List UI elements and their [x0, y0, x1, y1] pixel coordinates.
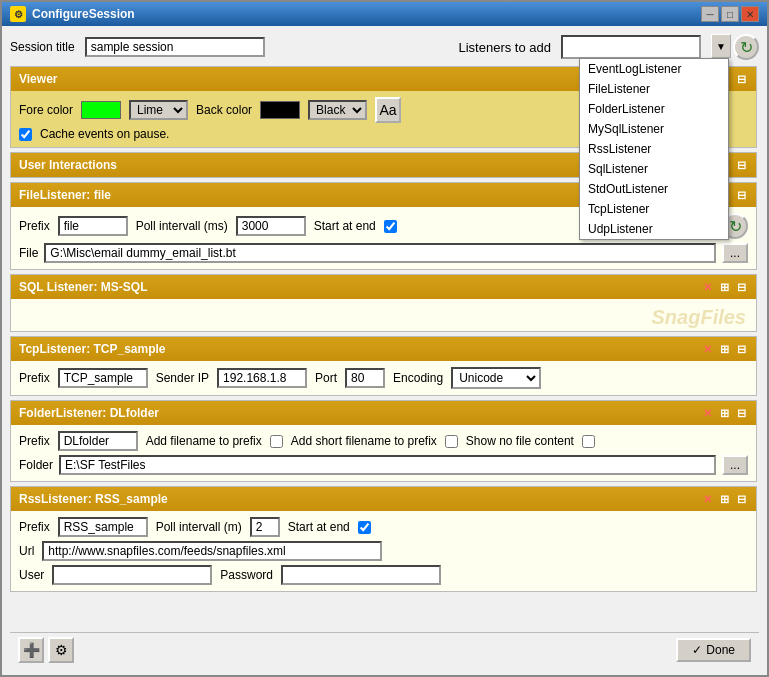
tcp-port-label: Port: [315, 371, 337, 385]
fl-browse-button[interactable]: ...: [722, 243, 748, 263]
sql-body: SnagFiles: [11, 299, 756, 331]
tcp-port-input[interactable]: [345, 368, 385, 388]
bottom-icon-add[interactable]: ➕: [18, 637, 44, 663]
dropdown-item-udp[interactable]: UdpListener: [580, 219, 728, 239]
rss-user-label: User: [19, 568, 44, 582]
fl-file-label: File: [19, 246, 38, 260]
tcp-prefix-input[interactable]: [58, 368, 148, 388]
folder-listener-title: FolderListener: DLfolder: [19, 406, 700, 420]
fl-icon2[interactable]: ⊟: [734, 188, 748, 202]
folder-browse-button[interactable]: ...: [722, 455, 748, 475]
rss-start-label: Start at end: [288, 520, 350, 534]
folder-prefix-label: Prefix: [19, 434, 50, 448]
viewer-icon2[interactable]: ⊟: [734, 72, 748, 86]
tcp-icon1[interactable]: ⊞: [717, 342, 731, 356]
main-window: ⚙ ConfigureSession ─ □ ✕ Session title L…: [0, 0, 769, 677]
listeners-dropdown-list: EventLogListener FileListener FolderList…: [579, 58, 729, 240]
fl2-icon1[interactable]: ⊞: [717, 406, 731, 420]
tcp-encoding-label: Encoding: [393, 371, 443, 385]
fl-start-label: Start at end: [314, 219, 376, 233]
title-bar: ⚙ ConfigureSession ─ □ ✕: [2, 2, 767, 26]
fl-file-input[interactable]: [44, 243, 716, 263]
rss-password-label: Password: [220, 568, 273, 582]
tcp-ip-input[interactable]: [217, 368, 307, 388]
tcp-icon2[interactable]: ⊟: [734, 342, 748, 356]
dropdown-item-file[interactable]: FileListener: [580, 79, 728, 99]
fl-prefix-input[interactable]: [58, 216, 128, 236]
folder-listener-section: FolderListener: DLfolder ✕ ⊞ ⊟ Prefix Ad…: [10, 400, 757, 482]
window-title: ConfigureSession: [32, 7, 695, 21]
sql-delete-icon[interactable]: ✕: [700, 280, 714, 294]
folder-add-filename-checkbox[interactable]: [270, 435, 283, 448]
session-title-label: Session title: [10, 40, 75, 54]
done-button[interactable]: ✓ Done: [676, 638, 751, 662]
sql-icon1[interactable]: ⊞: [717, 280, 731, 294]
listeners-label: Listeners to add: [458, 40, 551, 55]
rss-delete-icon[interactable]: ✕: [700, 492, 714, 506]
file-listener-row2: File ...: [19, 243, 748, 263]
bottom-icon-config[interactable]: ⚙: [48, 637, 74, 663]
folder-listener-body: Prefix Add filename to prefix Add short …: [11, 425, 756, 481]
maximize-button[interactable]: □: [721, 6, 739, 22]
fl-prefix-label: Prefix: [19, 219, 50, 233]
dropdown-item-eventlog[interactable]: EventLogListener: [580, 59, 728, 79]
dropdown-item-mysql[interactable]: MySqlListener: [580, 119, 728, 139]
minimize-button[interactable]: ─: [701, 6, 719, 22]
rss-poll-input[interactable]: [250, 517, 280, 537]
sql-listener-section: SQL Listener: MS-SQL ✕ ⊞ ⊟ SnagFiles: [10, 274, 757, 332]
folder-add-filename-label: Add filename to prefix: [146, 434, 262, 448]
folder-prefix-input[interactable]: [58, 431, 138, 451]
rss-start-checkbox[interactable]: [358, 521, 371, 534]
viewer-font-button[interactable]: Aa: [375, 97, 401, 123]
folder-path-input[interactable]: [59, 455, 716, 475]
ui-icon2[interactable]: ⊟: [734, 158, 748, 172]
bottom-bar: ➕ ⚙ ✓ Done: [10, 632, 759, 667]
dropdown-item-tcp[interactable]: TcpListener: [580, 199, 728, 219]
listeners-dropdown-input[interactable]: [561, 35, 701, 59]
dropdown-item-folder[interactable]: FolderListener: [580, 99, 728, 119]
rss-password-input[interactable]: [281, 565, 441, 585]
close-button[interactable]: ✕: [741, 6, 759, 22]
top-bar: Session title Listeners to add ▼ ↻ Event…: [10, 34, 759, 60]
folder-add-short-label: Add short filename to prefix: [291, 434, 437, 448]
fl2-icon2[interactable]: ⊟: [734, 406, 748, 420]
sql-listener-header: SQL Listener: MS-SQL ✕ ⊞ ⊟: [11, 275, 756, 299]
rss-prefix-input[interactable]: [58, 517, 148, 537]
fl2-delete-icon[interactable]: ✕: [700, 406, 714, 420]
done-checkmark: ✓: [692, 643, 702, 657]
folder-add-short-checkbox[interactable]: [445, 435, 458, 448]
rss-url-input[interactable]: [42, 541, 382, 561]
fl-start-checkbox[interactable]: [384, 220, 397, 233]
sql-icon2[interactable]: ⊟: [734, 280, 748, 294]
tcp-listener-body: Prefix Sender IP Port Encoding Unicode U…: [11, 361, 756, 395]
session-title-input[interactable]: [85, 37, 265, 57]
rss-icon1[interactable]: ⊞: [717, 492, 731, 506]
rss-poll-label: Poll intervall (m): [156, 520, 242, 534]
rss-icon2[interactable]: ⊟: [734, 492, 748, 506]
tcp-listener-header-icons: ✕ ⊞ ⊟: [700, 342, 748, 356]
rss-row3: User Password: [19, 565, 748, 585]
rss-listener-title: RssListener: RSS_sample: [19, 492, 700, 506]
rss-listener-header-icons: ✕ ⊞ ⊟: [700, 492, 748, 506]
rss-url-label: Url: [19, 544, 34, 558]
cache-events-checkbox[interactable]: [19, 128, 32, 141]
back-color-select[interactable]: Black White Gray: [308, 100, 367, 120]
listeners-dropdown-arrow[interactable]: ▼: [711, 34, 731, 58]
dropdown-item-sql[interactable]: SqlListener: [580, 159, 728, 179]
rss-user-input[interactable]: [52, 565, 212, 585]
rss-row2: Url: [19, 541, 748, 561]
rss-listener-body: Prefix Poll intervall (m) Start at end U…: [11, 511, 756, 591]
tcp-delete-icon[interactable]: ✕: [700, 342, 714, 356]
fore-color-box[interactable]: [81, 101, 121, 119]
tcp-encoding-select[interactable]: Unicode UTF-8 ASCII: [451, 367, 541, 389]
folder-no-content-label: Show no file content: [466, 434, 574, 448]
dropdown-item-stdout[interactable]: StdOutListener: [580, 179, 728, 199]
back-color-box[interactable]: [260, 101, 300, 119]
fl-poll-input[interactable]: [236, 216, 306, 236]
dropdown-item-rss[interactable]: RssListener: [580, 139, 728, 159]
tcp-listener-header: TcpListener: TCP_sample ✕ ⊞ ⊟: [11, 337, 756, 361]
tcp-ip-label: Sender IP: [156, 371, 209, 385]
folder-no-content-checkbox[interactable]: [582, 435, 595, 448]
fore-color-select[interactable]: Lime Red Blue White: [129, 100, 188, 120]
listeners-refresh-button[interactable]: ↻: [733, 34, 759, 60]
